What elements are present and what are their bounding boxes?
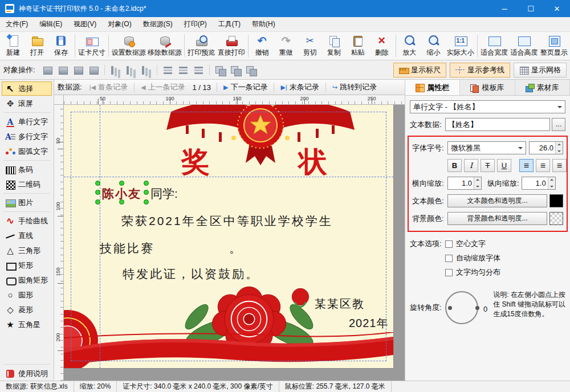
show-guides-toggle[interactable]: 显示参考线 [450, 63, 510, 77]
actual-size-button[interactable]: 1:1实际大小 [446, 32, 475, 59]
card-size-button[interactable]: 证卡尺寸 [77, 32, 107, 59]
tool-rounded-rectangle[interactable]: 圆角矩形 [2, 273, 52, 287]
maximize-button[interactable]: ☐ [518, 0, 544, 17]
font-family-dropdown[interactable]: 微软雅黑 [447, 141, 526, 154]
layer-back-icon[interactable] [55, 63, 70, 77]
next-record-button[interactable]: ▶下一条记录 [219, 80, 271, 94]
menu-datasource[interactable]: 数据源(S) [137, 17, 178, 31]
set-datasource-button[interactable]: 设置数据源 [111, 32, 146, 59]
open-button[interactable]: 打开 [25, 32, 49, 59]
align-bottom-icon[interactable] [191, 63, 206, 77]
zoom-out-button[interactable]: −缩小 [422, 32, 446, 59]
horizontal-ruler[interactable]: 50 100 150 200 250 [64, 95, 405, 105]
selection-handle-n[interactable] [119, 181, 124, 186]
stepper-up-icon[interactable] [474, 177, 481, 183]
help-manual-button[interactable]: 使用说明 [2, 366, 52, 381]
delete-button[interactable]: ✕删除 [370, 32, 394, 59]
align-middle-icon[interactable] [176, 63, 190, 77]
align-center-button[interactable]: ≡ [536, 159, 550, 172]
signature-org-text[interactable]: 某某区教 [315, 296, 365, 312]
remove-datasource-button[interactable]: 移除数据源 [146, 32, 182, 59]
tool-rectangle[interactable]: 矩形 [2, 258, 52, 272]
layer-up-icon[interactable] [71, 63, 85, 77]
stepper-down-icon[interactable] [474, 183, 481, 190]
selection-handle-sw[interactable] [95, 199, 100, 205]
body-line-1[interactable]: 荣获2021年全区中等职业学校学生 [121, 213, 333, 229]
tool-diamond[interactable]: ◇菱形 [2, 303, 52, 317]
object-selector-dropdown[interactable]: 单行文字 - 【姓名】 [410, 100, 565, 113]
undo-button[interactable]: ↶撤销 [250, 32, 274, 59]
menu-view[interactable]: 视图(V) [68, 17, 102, 31]
certificate-canvas[interactable]: 奖 状 陈小友 同学: 荣获2021年全区中等职业学校学生 技能比赛 。 特发此… [64, 105, 393, 368]
cut-button[interactable]: ✂剪切 [298, 32, 322, 59]
new-button[interactable]: 新建 [1, 32, 25, 59]
show-ruler-toggle[interactable]: 显示标尺 [393, 63, 446, 77]
vertical-guide[interactable] [100, 105, 100, 368]
selection-handle-s[interactable] [119, 199, 124, 205]
redo-button[interactable]: ↷重做 [274, 32, 298, 59]
tool-arc-text[interactable]: 圆弧文字 [2, 144, 52, 158]
menu-help[interactable]: 帮助(H) [246, 17, 281, 31]
body-line-3[interactable]: 特发此证，以资鼓励。 [123, 266, 259, 282]
tool-circle[interactable]: ○圆形 [2, 288, 52, 302]
text-color-button[interactable]: 文本颜色和透明度... [447, 194, 547, 207]
tool-line[interactable]: 直线 [2, 228, 52, 243]
stepper-up-icon[interactable] [548, 177, 555, 183]
stepper-arrows[interactable] [548, 177, 555, 189]
same-width-icon[interactable] [213, 63, 227, 77]
same-height-icon[interactable] [228, 63, 243, 77]
first-record-button[interactable]: |◀首条记录 [85, 80, 132, 94]
body-line-2-period[interactable]: 。 [229, 240, 241, 256]
selection-handle-se[interactable] [144, 199, 149, 205]
selection-handle-e[interactable] [144, 190, 149, 195]
stepper-down-icon[interactable] [556, 148, 563, 154]
rotation-dial[interactable] [445, 291, 478, 324]
text-data-input[interactable] [445, 118, 550, 131]
zoom-in-button[interactable]: +放大 [398, 32, 422, 59]
fit-height-button[interactable]: ↕适合高度 [509, 32, 539, 59]
tab-properties[interactable]: 属性栏 [405, 80, 460, 95]
bg-color-swatch[interactable] [549, 212, 563, 225]
menu-object[interactable]: 对象(O) [102, 17, 137, 31]
body-line-2[interactable]: 技能比赛 [100, 240, 154, 256]
name-suffix-text[interactable]: 同学: [150, 186, 178, 202]
menu-tools[interactable]: 工具(T) [213, 17, 246, 31]
italic-button[interactable]: I [464, 159, 478, 172]
tool-triangle[interactable]: △三角形 [2, 243, 52, 258]
menu-print[interactable]: 打印(P) [178, 17, 213, 31]
tool-select[interactable]: ↖选择 [2, 81, 52, 96]
text-color-swatch[interactable] [549, 194, 563, 207]
show-grid-toggle[interactable]: 显示网格 [514, 63, 567, 77]
align-top-icon[interactable] [160, 63, 175, 77]
tool-qrcode[interactable]: 二维码 [2, 177, 52, 191]
tool-image[interactable]: 图片 [2, 195, 52, 210]
tool-freehand-curve[interactable]: ∿手绘曲线 [2, 214, 52, 228]
text-data-more-button[interactable]: ... [552, 118, 565, 131]
underline-button[interactable]: U [497, 159, 511, 172]
tool-pan[interactable]: ✥滚屏 [2, 96, 52, 111]
v-scale-stepper[interactable]: 1.0 [522, 177, 556, 190]
stepper-up-icon[interactable] [556, 142, 563, 148]
tool-star[interactable]: ★五角星 [2, 317, 52, 332]
menu-file[interactable]: 文件(F) [0, 17, 34, 31]
align-left-button[interactable]: ≡ [519, 159, 534, 172]
bg-color-button[interactable]: 背景颜色和透明度... [447, 212, 547, 225]
tool-single-line-text[interactable]: A单行文字 [2, 115, 52, 129]
font-size-stepper[interactable]: 26.0 [529, 141, 563, 154]
fit-width-button[interactable]: ↔适合宽度 [479, 32, 509, 59]
auto-shrink-font-checkbox[interactable]: 自动缩放字体 [445, 253, 500, 263]
menu-edit[interactable]: 编辑(E) [34, 17, 68, 31]
vertical-ruler[interactable]: 50 100 150 200 [54, 105, 64, 381]
justify-text-checkbox[interactable]: 文字均匀分布 [445, 267, 500, 277]
tab-templates[interactable]: 模板库 [460, 80, 515, 95]
signature-year-text[interactable]: 2021年 [349, 316, 389, 331]
print-button[interactable]: 直接打印 [216, 32, 246, 59]
stepper-arrows[interactable] [555, 142, 563, 154]
h-scale-stepper[interactable]: 1.0 [447, 177, 482, 190]
align-right-icon[interactable] [139, 63, 153, 77]
tool-multi-line-text[interactable]: A多行文字 [2, 129, 52, 144]
fit-page-button[interactable]: 整页显示 [539, 32, 569, 59]
last-record-button[interactable]: ▶|末条记录 [276, 80, 323, 94]
minimize-button[interactable]: ─ [491, 0, 518, 17]
jump-to-record-button[interactable]: ↪跳转到记录 [328, 80, 381, 94]
